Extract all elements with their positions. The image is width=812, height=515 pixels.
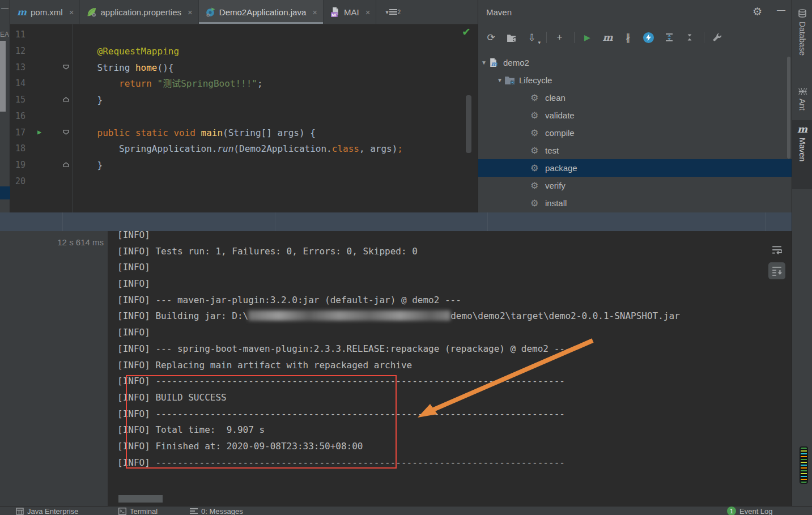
maven-tree-item-install[interactable]: ⚙install	[478, 194, 792, 212]
code-line	[75, 109, 403, 125]
maven-tree-item-demo2[interactable]: ▼mdemo2	[478, 54, 792, 71]
status-item-0-messages[interactable]: 0: Messages	[190, 507, 243, 515]
code-line: SpringApplication.run(Demo2Application.c…	[75, 141, 403, 158]
close-icon[interactable]: ×	[188, 7, 193, 17]
status-item-java-enterprise[interactable]: Java Enterprise	[16, 507, 78, 515]
header-divider	[275, 212, 275, 231]
tool-window-tab-label: Maven	[798, 138, 807, 161]
fold-marker-icon[interactable]	[63, 130, 69, 135]
hidden-tab-count: 2	[397, 9, 401, 15]
maven-tree-scrollbar[interactable]	[787, 57, 790, 159]
code-editor[interactable]: 11121314151617▶181920 @RequestMapping St…	[10, 24, 478, 212]
spring-file-icon	[87, 7, 96, 17]
gutter-row: 15	[10, 92, 72, 109]
sync-folders-icon[interactable]	[504, 31, 518, 44]
scroll-to-end-icon[interactable]	[768, 262, 785, 279]
tree-item-label: package	[545, 163, 577, 173]
event-count-badge: 1	[727, 507, 736, 515]
maven-tree-item-verify[interactable]: ⚙verify	[478, 177, 792, 194]
maven-tree-item-test[interactable]: ⚙test	[478, 142, 792, 159]
code-line	[75, 27, 403, 44]
console-horizontal-scrollbar[interactable]	[118, 495, 163, 503]
soft-wrap-icon[interactable]	[768, 241, 785, 258]
editor-tab-application-properties[interactable]: application.properties×	[80, 0, 198, 24]
tool-window-tab-label: Ant	[798, 99, 807, 110]
toggle-offline-icon[interactable]: ∦	[621, 31, 635, 44]
goal-gear-icon: ⚙	[530, 163, 541, 173]
line-number: 14	[10, 78, 25, 88]
maven-tree-item-package[interactable]: ⚙package	[478, 159, 792, 177]
status-item-label: Terminal	[130, 507, 158, 515]
maven-tree-item-validate[interactable]: ⚙validate	[478, 107, 792, 124]
status-item-terminal[interactable]: Terminal	[118, 507, 158, 515]
run-build-icon[interactable]: ▶	[580, 31, 594, 44]
refresh-icon[interactable]: ⟳	[484, 31, 498, 44]
fold-marker-icon[interactable]	[63, 65, 69, 70]
fold-marker-icon[interactable]	[63, 97, 69, 102]
toolbar-separator	[574, 32, 575, 43]
code-line: @RequestMapping	[75, 44, 403, 60]
collapse-all-icon[interactable]	[682, 31, 696, 44]
console-line: [INFO] Tests run: 1, Failures: 0, Errors…	[117, 244, 680, 260]
project-panel-sliver: — EA	[0, 0, 10, 212]
close-icon[interactable]: ×	[312, 7, 317, 17]
editor-scrollbar[interactable]	[466, 95, 471, 153]
hidden-tabs-dropdown[interactable]: ▾2	[385, 0, 401, 24]
editor-tab-mai[interactable]: MFMAI×	[324, 0, 376, 24]
add-maven-project-icon[interactable]: +	[552, 31, 567, 44]
code-line: public static void main(String[] args) {	[75, 125, 403, 142]
tree-expander-icon[interactable]: ▼	[497, 77, 504, 83]
tree-item-label: validate	[545, 110, 575, 120]
database-icon	[797, 9, 807, 19]
test-results-panel[interactable]: 12 s 614 ms	[0, 231, 108, 506]
java-enterprise-icon	[16, 508, 24, 515]
build-console[interactable]: [INFO][INFO] Tests run: 1, Failures: 0, …	[108, 231, 792, 506]
status-item-label: Java Enterprise	[27, 507, 78, 515]
maven-panel: Maven ⚙ — ⟳⇩▾+▶m∦ ▼mdemo2▼Lifecycle⚙clea…	[478, 0, 792, 212]
editor-code-area[interactable]: @RequestMapping String home(){ return "测…	[75, 27, 403, 190]
gutter-row: 13	[10, 60, 72, 76]
tool-window-tab-database[interactable]: Database	[792, 6, 812, 78]
tool-window-tab-ant[interactable]: Ant	[792, 84, 812, 119]
maven-tree-item-compile[interactable]: ⚙compile	[478, 124, 792, 142]
maven-tree-item-clean[interactable]: ⚙clean	[478, 89, 792, 107]
tree-item-label: test	[545, 146, 559, 155]
tab-label: MAI	[344, 7, 359, 17]
maven-tree-item-Lifecycle[interactable]: ▼Lifecycle	[478, 71, 792, 89]
console-line: [INFO] Total time: 9.907 s	[117, 422, 680, 439]
console-line: [INFO] ---------------------------------…	[117, 455, 680, 471]
tree-item-label: verify	[545, 181, 566, 190]
sliver-scrollbar[interactable]	[0, 41, 6, 112]
tree-expander-icon[interactable]: ▼	[481, 59, 488, 66]
maven-panel-title: Maven	[486, 7, 512, 17]
line-number: 11	[10, 29, 25, 40]
console-line: [INFO] Building jar: D:\demo\demo2\targe…	[117, 308, 680, 325]
inspection-ok-icon[interactable]: ✔	[462, 25, 471, 39]
code-line	[75, 174, 403, 190]
editor-tab-demo2application-java[interactable]: Demo2Application.java×	[199, 0, 324, 24]
expand-all-icon[interactable]	[662, 31, 676, 44]
maven-gear-icon[interactable]: ⚙	[753, 5, 762, 18]
header-divider	[487, 212, 488, 231]
messages-icon	[190, 508, 198, 515]
execute-goal-icon[interactable]: m	[601, 31, 615, 44]
close-icon[interactable]: ×	[69, 7, 74, 17]
download-sources-icon[interactable]: ⇩▾	[525, 31, 539, 44]
fold-marker-icon[interactable]	[63, 162, 69, 167]
close-icon[interactable]: ×	[365, 7, 371, 17]
svg-text:MF: MF	[331, 12, 337, 16]
tool-window-tab-maven[interactable]: mMaven	[792, 120, 812, 189]
gutter-row: 12	[10, 44, 72, 60]
event-log[interactable]: 1Event Log	[727, 507, 773, 515]
console-line: [INFO] BUILD SUCCESS	[117, 390, 680, 406]
ide-window: — EA mpom.xml×application.properties×Dem…	[0, 0, 812, 515]
editor-tab-pom-xml[interactable]: mpom.xml×	[10, 0, 80, 24]
tree-item-label: demo2	[503, 58, 529, 67]
skip-tests-icon[interactable]	[641, 31, 656, 44]
module-icon: m	[488, 58, 499, 67]
line-number: 18	[10, 143, 25, 154]
sliver-minimize-icon: —	[1, 3, 8, 12]
run-main-icon[interactable]: ▶	[37, 128, 41, 136]
maven-minimize-icon[interactable]: —	[777, 5, 785, 14]
maven-settings-icon[interactable]	[710, 31, 724, 44]
